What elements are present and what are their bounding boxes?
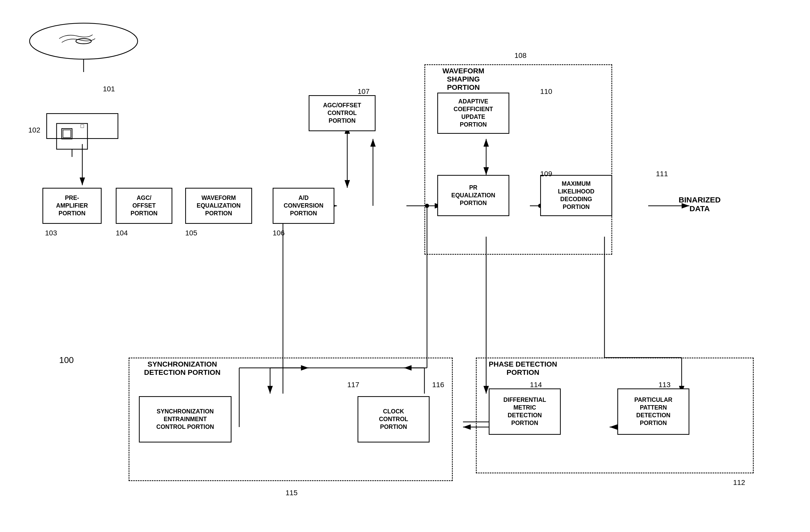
diff-metric-box: DIFFERENTIAL METRIC DETECTION PORTION xyxy=(489,388,561,435)
clock-ctrl-box: CLOCK CONTROL PORTION xyxy=(358,396,430,442)
ad-conv-label: A/D CONVERSION PORTION xyxy=(284,194,324,217)
pre-amp-box: PRE- AMPLIFIER PORTION xyxy=(43,188,102,224)
particular-pattern-label: PARTICULAR PATTERN DETECTION PORTION xyxy=(634,396,673,427)
pre-amp-label: PRE- AMPLIFIER PORTION xyxy=(56,194,88,217)
ref-102: 102 xyxy=(28,126,40,134)
ref-112: 112 xyxy=(733,479,745,487)
sync-detection-label: SYNCHRONIZATION DETECTION PORTION xyxy=(144,360,221,376)
binarized-data-label: BINARIZED DATA xyxy=(674,195,725,213)
ref-110: 110 xyxy=(540,87,552,96)
agc-offset-ctrl-box: AGC/OFFSET CONTROL PORTION xyxy=(309,95,375,131)
max-likelihood-label: MAXIMUM LIKELIHOOD DECODING PORTION xyxy=(558,180,595,211)
pr-eq-label: PR EQUALIZATION PORTION xyxy=(451,184,496,207)
adaptive-coeff-box: ADAPTIVE COEFFICIENT UPDATE PORTION xyxy=(437,93,509,134)
ref-108: 108 xyxy=(515,51,526,60)
ref-100: 100 xyxy=(59,355,74,365)
optical-disk xyxy=(26,20,142,77)
ad-conv-box: A/D CONVERSION PORTION xyxy=(273,188,335,224)
ref-104: 104 xyxy=(116,229,128,237)
ref-114: 114 xyxy=(530,381,542,389)
diagram-container: □ PRE- AMPLIFIER PORTION AGC/ OFFSET POR… xyxy=(0,0,810,532)
waveform-shaping-label: WAVEFORM SHAPING PORTION xyxy=(442,67,484,92)
waveform-eq-box: WAVEFORM EQUALIZATION PORTION xyxy=(185,188,252,224)
particular-pattern-box: PARTICULAR PATTERN DETECTION PORTION xyxy=(617,388,690,435)
waveform-eq-label: WAVEFORM EQUALIZATION PORTION xyxy=(197,194,241,217)
agc-offset-box: AGC/ OFFSET PORTION xyxy=(116,188,172,224)
agc-offset-ctrl-label: AGC/OFFSET CONTROL PORTION xyxy=(323,102,361,125)
svg-rect-35 xyxy=(63,130,71,138)
reader-device xyxy=(41,103,98,160)
adaptive-coeff-label: ADAPTIVE COEFFICIENT UPDATE PORTION xyxy=(453,98,493,129)
svg-point-30 xyxy=(30,23,137,59)
diff-metric-label: DIFFERENTIAL METRIC DETECTION PORTION xyxy=(503,396,546,427)
sync-entrain-label: SYNCHRONIZATION ENTRAINMENT CONTROL PORT… xyxy=(157,408,214,431)
ref-116: 116 xyxy=(432,381,444,389)
max-likelihood-box: MAXIMUM LIKELIHOOD DECODING PORTION xyxy=(540,175,612,216)
ref-105: 105 xyxy=(185,229,197,237)
ref-107: 107 xyxy=(358,87,370,96)
ref-113: 113 xyxy=(659,381,670,389)
pr-eq-box: PR EQUALIZATION PORTION xyxy=(437,175,509,216)
ref-106: 106 xyxy=(273,229,285,237)
clock-ctrl-label: CLOCK CONTROL PORTION xyxy=(379,408,408,431)
phase-detection-label: PHASE DETECTION PORTION xyxy=(489,360,557,376)
ref-111: 111 xyxy=(656,170,668,178)
ref-103: 103 xyxy=(45,229,57,237)
ref-115: 115 xyxy=(286,489,297,497)
agc-offset-label: AGC/ OFFSET PORTION xyxy=(131,194,158,217)
ref-109: 109 xyxy=(540,170,552,178)
ref-117: 117 xyxy=(347,381,359,389)
sync-entrain-box: SYNCHRONIZATION ENTRAINMENT CONTROL PORT… xyxy=(139,396,231,442)
ref-101: 101 xyxy=(103,85,115,93)
